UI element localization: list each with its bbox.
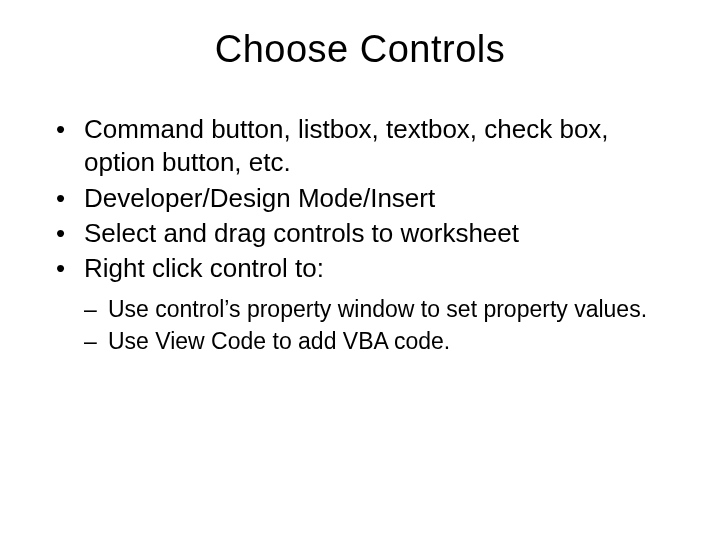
list-item: Use View Code to add VBA code. <box>84 327 678 356</box>
list-item: Developer/Design Mode/Insert <box>56 182 678 215</box>
list-item: Use control’s property window to set pro… <box>84 295 678 324</box>
list-item: Command button, listbox, textbox, check … <box>56 113 678 180</box>
list-item: Select and drag controls to worksheet <box>56 217 678 250</box>
slide: Choose Controls Command button, listbox,… <box>0 0 720 540</box>
bullet-list: Command button, listbox, textbox, check … <box>42 113 678 285</box>
list-item: Right click control to: <box>56 252 678 285</box>
sub-bullet-list: Use control’s property window to set pro… <box>42 295 678 356</box>
slide-title: Choose Controls <box>42 28 678 71</box>
